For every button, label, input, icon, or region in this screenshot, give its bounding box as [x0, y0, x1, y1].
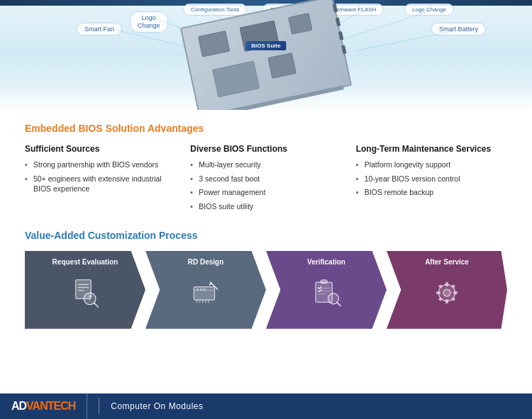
step-2-label: RD Design: [184, 251, 228, 269]
bios-suite-label: BIOS Suite: [245, 41, 286, 50]
sufficient-sources-col: Sufficient Sources Strong partnership wi…: [25, 144, 176, 216]
step-request-evaluation: Request Evaluation: [25, 251, 145, 329]
smart-battery-bubble: Smart Battery: [431, 23, 486, 35]
svg-rect-36: [445, 282, 448, 286]
svg-rect-19: [204, 289, 206, 291]
svg-point-35: [443, 289, 450, 296]
list-item: 3 second fast boot: [190, 174, 341, 184]
config-tools-bubble: Configuration Tools: [183, 4, 247, 16]
value-section-title: Value-Added Customization Process: [25, 230, 507, 241]
step-rd-design: RD Design: [145, 251, 266, 329]
step-verification: Verification: [266, 251, 387, 329]
diverse-bios-list: Multi-layer security 3 second fast boot …: [190, 160, 341, 212]
svg-rect-37: [445, 299, 448, 303]
diverse-bios-title: Diverse BIOS Functions: [190, 144, 341, 154]
list-item: Platform longevity support: [356, 160, 507, 170]
svg-rect-17: [196, 289, 199, 291]
step-3-label: Verification: [304, 251, 349, 269]
list-item: Multi-layer security: [190, 160, 341, 170]
svg-rect-18: [200, 289, 202, 291]
svg-rect-28: [321, 279, 328, 283]
list-item: BIOS suite utility: [190, 201, 341, 212]
footer: ADVANTECH Computer On Modules: [0, 393, 532, 419]
footer-divider: [99, 398, 99, 415]
logo-ad: AD: [11, 400, 26, 413]
list-item: 50+ engineers with extensive industrial …: [25, 174, 176, 194]
footer-product-line: Computer On Modules: [111, 401, 203, 411]
step-4-icon: [429, 269, 465, 321]
svg-rect-39: [453, 291, 458, 294]
svg-rect-38: [436, 291, 440, 294]
step-4-label: After Service: [421, 251, 472, 269]
step-3-icon: [309, 269, 344, 321]
svg-line-5: [333, 11, 429, 43]
long-term-list: Platform longevity support 10-year BIOS …: [356, 160, 507, 198]
list-item: Power management: [190, 187, 341, 198]
advantages-grid: Sufficient Sources Strong partnership wi…: [25, 144, 507, 216]
step-1-icon: [67, 269, 103, 321]
list-item: Strong partnership with BIOS vendors: [25, 160, 176, 170]
long-term-title: Long-Term Maintenance Services: [356, 144, 507, 154]
list-item: 10-year BIOS version control: [356, 174, 507, 184]
process-steps: Request Evaluation RD Design: [25, 251, 507, 329]
diverse-bios-col: Diverse BIOS Functions Multi-layer secur…: [190, 144, 341, 216]
smart-fan-bubble: Smart Fan: [77, 23, 122, 35]
logo-change-right-bubble: Logo Change: [404, 4, 454, 16]
advantages-section-title: Embedded BIOS Solution Advantages: [25, 123, 507, 134]
list-item: BIOS remote backup: [356, 187, 507, 198]
footer-logo-section: ADVANTECH: [0, 393, 87, 419]
logo-vantec: VANTECH: [26, 400, 75, 413]
step-2-icon: [188, 269, 223, 321]
sufficient-sources-list: Strong partnership with BIOS vendors 50+…: [25, 160, 176, 194]
logo-change-left-bubble: LogoChange: [130, 11, 168, 33]
sufficient-sources-title: Sufficient Sources: [25, 144, 176, 154]
footer-logo: ADVANTECH: [11, 400, 75, 413]
step-after-service: After Service: [387, 251, 507, 329]
diagram-area: BIOS Suite Smart Fan LogoChange Configur…: [0, 0, 532, 110]
svg-line-12: [94, 303, 99, 307]
step-1-label: Request Evaluation: [49, 251, 122, 269]
long-term-col: Long-Term Maintenance Services Platform …: [356, 144, 507, 216]
main-content: Embedded BIOS Solution Advantages Suffic…: [0, 110, 532, 336]
svg-line-33: [337, 302, 340, 306]
